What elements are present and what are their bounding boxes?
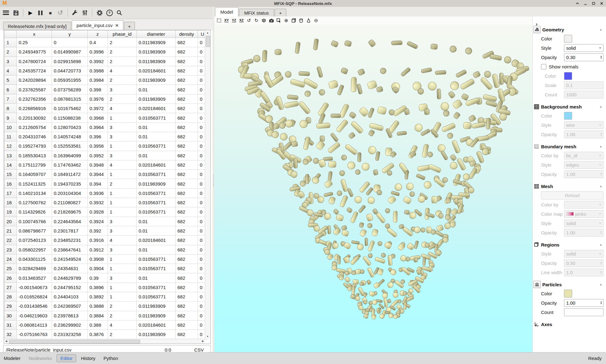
table-cell[interactable]: 0.232762356 xyxy=(17,94,52,104)
table-cell[interactable]: 0.115088238 xyxy=(52,113,88,122)
table-cell[interactable]: 2 xyxy=(108,47,137,57)
table-cell[interactable]: 682 xyxy=(176,122,198,132)
checkbox[interactable] xyxy=(541,64,546,69)
table-cell[interactable]: 2 xyxy=(108,311,137,320)
reload-button[interactable]: Reload xyxy=(541,191,604,200)
table-cell[interactable]: 682 xyxy=(176,104,198,113)
table-row[interactable]: 40.2453577240.0447207730.398840.02018460… xyxy=(4,66,207,75)
table-cell[interactable]: 0.194370235 xyxy=(52,179,88,188)
table-row[interactable]: 170.1402101340.2031043040.393610.0105637… xyxy=(4,188,207,198)
table-cell[interactable]: 682 xyxy=(176,76,198,85)
table-cell[interactable]: 682 xyxy=(176,160,198,169)
table-cell[interactable]: 0.059351955 xyxy=(52,76,88,85)
table-cell[interactable]: 0.39 xyxy=(88,273,108,283)
table-cell[interactable]: 0.23017817 xyxy=(52,226,88,235)
table-cell[interactable]: 682 xyxy=(176,38,198,47)
table-cell[interactable]: 0.195274793 xyxy=(17,141,52,151)
perspective-icon[interactable] xyxy=(261,17,267,24)
table-cell[interactable]: 0.220130092 xyxy=(17,113,52,122)
table-row[interactable]: 27-0.0015406730.2447951520.389610.010563… xyxy=(4,283,207,292)
table-cell[interactable]: 0.244629789 xyxy=(52,273,88,283)
table-cell[interactable]: 1 xyxy=(108,141,137,151)
table-cell[interactable]: 0.020184601 xyxy=(137,236,176,245)
table-row[interactable]: 32-0.0751667630.2319232580.387620.011983… xyxy=(4,330,207,339)
mode-tab-modeler[interactable]: Modeler xyxy=(4,356,21,361)
table-cell[interactable]: 0.396 xyxy=(88,132,108,141)
stop-icon[interactable]: ■ xyxy=(46,8,54,17)
table-cell[interactable]: 4 xyxy=(108,160,137,169)
table-cell[interactable]: -0.001540673 xyxy=(17,283,52,292)
table-cell[interactable]: 0.020184601 xyxy=(137,320,176,329)
table-cell[interactable]: 0.3968 xyxy=(88,113,108,122)
table-cell[interactable]: 0.010563771 xyxy=(137,254,176,264)
table-row[interactable]: 10.2500.420.0119839096820 xyxy=(4,38,207,47)
table-row[interactable]: 31-0.0608141130.2362999020.38840.0201846… xyxy=(4,320,207,329)
table-cell[interactable]: 0.01 xyxy=(137,217,176,226)
table-cell[interactable]: 682 xyxy=(176,47,198,57)
table-cell[interactable]: 0.3888 xyxy=(88,302,108,311)
column-header-diameter[interactable]: diameter xyxy=(137,30,176,38)
table-cell[interactable]: 0.245357724 xyxy=(17,66,52,75)
column-header-density[interactable]: density xyxy=(176,30,198,38)
table-cell[interactable]: 0.242028894 xyxy=(17,76,52,85)
table-cell[interactable]: 682 xyxy=(176,236,198,245)
search-icon[interactable] xyxy=(115,8,123,17)
table-cell[interactable]: 1 xyxy=(108,170,137,179)
collapse-caret-icon[interactable]: ▲ xyxy=(599,185,602,188)
collapse-caret-icon[interactable]: ▲ xyxy=(599,243,602,246)
table-cell[interactable]: 0.242369507 xyxy=(52,302,88,311)
view-yz-icon[interactable]: YZ xyxy=(231,17,237,24)
input-count[interactable] xyxy=(564,308,604,316)
table-cell[interactable]: 0.011983909 xyxy=(137,179,176,188)
column-header-phase_id[interactable]: phase_id xyxy=(108,30,137,38)
table-cell[interactable]: 0.3928 xyxy=(88,207,108,217)
table-row[interactable]: 29-0.0314385460.2423695070.388820.011983… xyxy=(4,302,207,311)
table-cell[interactable]: 682 xyxy=(176,254,198,264)
table-cell[interactable]: 0.010563771 xyxy=(137,207,176,217)
scroll-right-icon[interactable]: ▶ xyxy=(201,339,205,343)
table-cell[interactable]: 682 xyxy=(176,113,198,122)
table-cell[interactable]: 0.01 xyxy=(137,226,176,235)
table-cell[interactable]: 0.3952 xyxy=(88,151,108,160)
table-cell[interactable]: 0.241549524 xyxy=(52,254,88,264)
row-number-cell[interactable]: 10 xyxy=(4,122,17,132)
table-cell[interactable]: 0.185530413 xyxy=(17,151,52,160)
row-number-cell[interactable]: 6 xyxy=(4,85,17,94)
scroll-down-icon[interactable]: ▼ xyxy=(205,334,210,339)
table-cell[interactable]: 0.211080827 xyxy=(52,198,88,207)
table-cell[interactable]: 0.086798677 xyxy=(17,226,52,235)
table-row[interactable]: 80.2268569160.1016754620.397240.02018460… xyxy=(4,104,207,113)
table-cell[interactable]: 682 xyxy=(176,245,198,254)
table-cell[interactable]: 0.01 xyxy=(137,273,176,283)
spinbox-opacity[interactable]: 0.30▲▼ xyxy=(564,53,604,61)
table-cell[interactable]: 0.010563771 xyxy=(137,188,176,198)
maximize-window-icon[interactable] xyxy=(592,2,595,5)
table-cell[interactable]: -0.075166763 xyxy=(17,330,52,339)
column-header-y[interactable]: y xyxy=(52,30,88,38)
table-cell[interactable]: 0.011983909 xyxy=(137,311,176,320)
table-cell[interactable]: 0.244795152 xyxy=(52,283,88,292)
table-cell[interactable]: 0.020184601 xyxy=(137,66,176,75)
table-cell[interactable]: 682 xyxy=(176,85,198,94)
table-cell[interactable]: 0.3972 xyxy=(88,104,108,113)
table-cell[interactable]: -0.016526824 xyxy=(17,292,52,302)
table-cell[interactable]: 682 xyxy=(176,141,198,151)
table-cell[interactable]: 682 xyxy=(176,188,198,198)
table-cell[interactable]: 0.231923258 xyxy=(52,330,88,339)
view-tab-model[interactable]: Model xyxy=(215,7,238,17)
table-cell[interactable]: 3 xyxy=(108,132,137,141)
table-cell[interactable]: 0.163964099 xyxy=(52,151,88,160)
table-cell[interactable]: 1 xyxy=(108,188,137,198)
table-cell[interactable]: 0.398 xyxy=(88,85,108,94)
table-cell[interactable]: 0.011983909 xyxy=(137,38,176,47)
table-cell[interactable]: 0.24404103 xyxy=(52,292,88,302)
table-cell[interactable]: 0.010563771 xyxy=(137,170,176,179)
torus-primitive-icon[interactable]: ⊖ xyxy=(313,17,319,24)
shade-window-icon[interactable] xyxy=(576,2,579,5)
table-cell[interactable]: 0.3984 xyxy=(88,76,108,85)
table-row[interactable]: 140.1751127990.1747634620.394840.0201846… xyxy=(4,160,207,169)
table-cell[interactable]: 0.014990987 xyxy=(52,47,88,57)
table-cell[interactable]: 0.044720773 xyxy=(52,66,88,75)
table-cell[interactable]: 0.203104304 xyxy=(52,188,88,198)
table-cell[interactable]: 682 xyxy=(176,151,198,160)
